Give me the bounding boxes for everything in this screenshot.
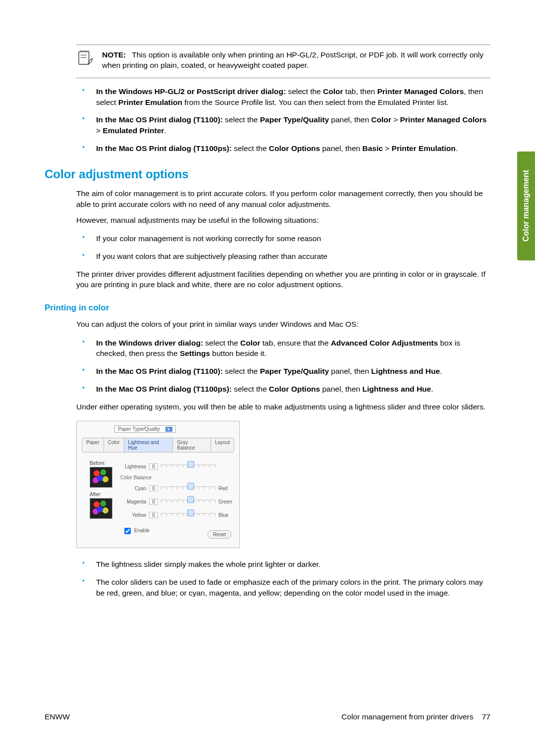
page: Color management NOTE:This option is ava… [0,0,535,756]
bold-lead: In the Windows HP-GL/2 or PostScript dri… [96,87,286,96]
bold-lead: In the Mac OS Print dialog (T1100): [96,367,223,375]
lightness-slider[interactable] [161,464,215,472]
list-item: In the Windows driver dialog: select the… [76,338,490,359]
note-icon [76,50,93,69]
list-item: In the Mac OS Print dialog (T1100): sele… [76,114,490,136]
green-label: Green [218,499,234,504]
list-item: The color sliders can be used to fade or… [76,577,490,598]
lightness-label: Lightness [120,464,146,469]
after-preview [90,498,112,519]
tab-color[interactable]: Color [104,438,124,452]
magenta-label: Magenta [120,499,146,504]
note-body: This option is available only when print… [102,50,483,69]
body-paragraph: Under either operating system, you will … [76,402,490,412]
dialog-screenshot: Paper Type/Quality ▾ Paper Color Lightne… [76,421,240,548]
list-item: If your color management is not working … [76,233,490,244]
page-number: 77 [482,712,490,721]
footer-right: Color management from printer drivers 77 [341,712,490,721]
panel-select-value: Paper Type/Quality [118,426,160,432]
yellow-slider[interactable] [161,513,215,520]
tab-layout[interactable]: Layout [211,438,234,452]
red-label: Red [218,486,234,491]
tab-gray-balance[interactable]: Gray Balance [173,438,211,452]
note-box: NOTE:This option is available only when … [76,45,490,78]
body-paragraph: However, manual adjustments may be usefu… [76,215,490,226]
heading-color-adjustment: Color adjustment options [45,167,490,181]
list-item: In the Mac OS Print dialog (T1100ps): se… [76,143,490,154]
lightness-value[interactable]: 0 [149,463,158,470]
page-footer: ENWW Color management from printer drive… [45,712,490,721]
tab-paper[interactable]: Paper [82,438,104,452]
situations-list: If your color management is not working … [76,233,490,261]
color-list: In the Windows driver dialog: select the… [76,338,490,395]
list-item: In the Mac OS Print dialog (T1100): sele… [76,366,490,377]
slider-description-list: The lightness slider simply makes the wh… [76,559,490,598]
enable-checkbox[interactable]: Enable Reset [122,526,234,536]
heading-printing-in-color: Printing in color [45,303,490,313]
tabs: Paper Color Lightness and Hue Gray Balan… [82,438,234,453]
color-balance-label: Color Balance [120,475,234,480]
yellow-value[interactable]: 0 [149,512,158,518]
svg-rect-0 [79,51,89,64]
reset-button[interactable]: Reset [208,530,231,539]
panel-select[interactable]: Paper Type/Quality ▾ [114,425,176,433]
before-preview [90,467,112,488]
cyan-slider[interactable] [161,486,215,494]
top-list: In the Windows HP-GL/2 or PostScript dri… [76,86,490,153]
list-item: If you want colors that are subjectively… [76,251,490,262]
note-label: NOTE: [102,50,126,59]
note-text: NOTE:This option is available only when … [102,50,490,71]
cyan-label: Cyan [120,486,146,491]
magenta-slider[interactable] [161,500,215,507]
select-arrow-icon: ▾ [165,427,172,432]
bold-lead: In the Mac OS Print dialog (T1100ps): [96,144,232,152]
bold-lead: In the Windows driver dialog: [96,339,203,347]
enable-label: Enable [134,528,150,533]
tab-lightness-hue[interactable]: Lightness and Hue [124,438,173,452]
body-paragraph: The printer driver provides different ad… [76,269,490,290]
body-paragraph: You can adjust the colors of your print … [76,319,490,330]
cyan-value[interactable]: 0 [149,485,158,492]
after-label: After: [90,492,120,497]
chapter-tab: Color management [517,151,535,260]
yellow-label: Yellow [120,512,146,518]
blue-label: Blue [218,512,234,518]
bold-lead: In the Mac OS Print dialog (T1100ps): [96,385,232,393]
list-item: In the Windows HP-GL/2 or PostScript dri… [76,86,490,107]
list-item: In the Mac OS Print dialog (T1100ps): se… [76,384,490,395]
body-paragraph: The aim of color management is to print … [76,188,490,209]
bold-lead: In the Mac OS Print dialog (T1100): [96,115,223,124]
magenta-value[interactable]: 0 [149,499,158,505]
before-label: Before: [90,460,120,466]
footer-left: ENWW [45,712,70,721]
list-item: The lightness slider simply makes the wh… [76,559,490,570]
enable-checkbox-input[interactable] [124,528,131,534]
